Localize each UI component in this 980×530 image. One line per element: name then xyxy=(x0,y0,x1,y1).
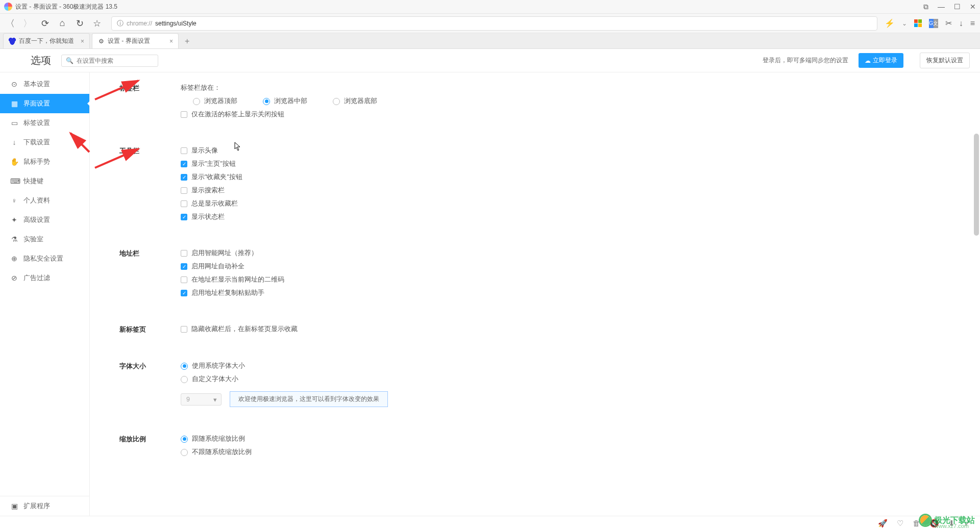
section-title: 工具栏 xyxy=(119,146,181,221)
radio-font-system[interactable]: 使用系统字体大小 xyxy=(181,362,388,370)
sidebar-item-profile[interactable]: ♀个人资料 xyxy=(0,191,89,210)
checkbox-show-favorites-btn[interactable]: 显示"收藏夹"按钮 xyxy=(181,173,242,182)
flash-icon[interactable]: ⚡ xyxy=(885,18,895,28)
status-bar: 🚀 ♡ 🗑 🔇 ⬇ ⤢ xyxy=(0,516,980,530)
sidebar-item-label: 扩展程序 xyxy=(23,501,50,511)
maximize-icon[interactable]: ☐ xyxy=(954,3,961,11)
baidu-favicon xyxy=(9,38,16,45)
section-title: 地址栏 xyxy=(119,249,181,297)
tab-close-icon[interactable]: × xyxy=(81,38,84,45)
font-size-select[interactable]: 9 xyxy=(181,393,222,406)
forward-button[interactable]: 〉 xyxy=(22,17,33,30)
new-tab-button[interactable]: + xyxy=(181,34,193,48)
radio-tabbar-bottom[interactable]: 浏览器底部 xyxy=(333,97,377,106)
login-button[interactable]: ☁立即登录 xyxy=(859,53,903,68)
sidebar-item-basic[interactable]: ⊙基本设置 xyxy=(0,74,89,94)
radio-tabbar-middle[interactable]: 浏览器中部 xyxy=(263,97,307,106)
favorite-button[interactable]: ☆ xyxy=(92,18,102,29)
rocket-icon[interactable]: 🚀 xyxy=(878,519,888,528)
sidebar-item-shortcut[interactable]: ⌨快捷键 xyxy=(0,171,89,191)
sidebar-item-label: 实验室 xyxy=(23,235,43,244)
watermark: 极光下载站 www.xz7.com xyxy=(919,514,975,527)
menu-icon[interactable]: ≡ xyxy=(970,19,975,28)
url-prefix: chrome:// xyxy=(127,20,152,27)
settings-search-input[interactable] xyxy=(77,57,154,64)
site-info-icon[interactable]: ⓘ xyxy=(117,19,124,28)
back-button[interactable]: 〈 xyxy=(5,17,15,30)
section-tabbar: 标签栏 标签栏放在： 浏览器顶部 浏览器中部 浏览器底部 仅在激活的标签上显示关… xyxy=(119,84,980,119)
download-icon[interactable]: ↓ xyxy=(959,19,963,28)
sidebar-item-label: 界面设置 xyxy=(23,99,50,108)
settings-content: 标签栏 标签栏放在： 浏览器顶部 浏览器中部 浏览器底部 仅在激活的标签上显示关… xyxy=(90,72,980,516)
section-title: 标签栏 xyxy=(119,84,181,119)
checkbox-show-statusbar[interactable]: 显示状态栏 xyxy=(181,213,242,221)
section-title: 缩放比例 xyxy=(119,435,181,457)
tab-icon: ▭ xyxy=(10,119,18,127)
flask-icon: ⚗ xyxy=(10,235,18,243)
page-title: 选项 xyxy=(10,54,51,67)
close-icon[interactable]: ✕ xyxy=(970,3,976,11)
checkbox-show-avatar[interactable]: 显示头像 xyxy=(181,146,242,155)
popout-icon[interactable]: ⧉ xyxy=(923,3,928,11)
sidebar-item-label: 快捷键 xyxy=(23,176,43,186)
sidebar-item-extensions[interactable]: ▣扩展程序 xyxy=(0,496,90,516)
sidebar-item-label: 高级设置 xyxy=(23,215,50,224)
restore-defaults-button[interactable]: 恢复默认设置 xyxy=(920,53,970,68)
position-label: 标签栏放在： xyxy=(181,84,377,92)
tab-close-icon[interactable]: × xyxy=(169,38,173,45)
window-controls: ⧉ — ☐ ✕ xyxy=(923,3,976,11)
sidebar-item-gesture[interactable]: ✋鼠标手势 xyxy=(0,152,89,171)
checkbox-show-qrcode[interactable]: 在地址栏显示当前网址的二维码 xyxy=(181,275,284,284)
sidebar-item-advanced[interactable]: ✦高级设置 xyxy=(0,210,89,230)
app-icon xyxy=(4,3,12,11)
gear-icon: ⚙ xyxy=(97,38,105,45)
home-button[interactable]: ⌂ xyxy=(57,18,67,29)
sidebar-item-adblock[interactable]: ⊘广告过滤 xyxy=(0,268,89,288)
settings-search[interactable]: 🔍 xyxy=(61,55,158,67)
sidebar-item-label: 广告过滤 xyxy=(23,273,50,283)
tab-settings[interactable]: ⚙ 设置 - 界面设置 × xyxy=(92,33,179,48)
radio-zoom-follow[interactable]: 跟随系统缩放比例 xyxy=(181,435,252,443)
sidebar-item-lab[interactable]: ⚗实验室 xyxy=(0,230,89,249)
scissors-icon[interactable]: ✂ xyxy=(945,18,952,28)
heart-icon[interactable]: ♡ xyxy=(897,519,903,528)
puzzle-icon: ▣ xyxy=(10,502,18,510)
sidebar-item-tabs[interactable]: ▭标签设置 xyxy=(0,113,89,133)
section-newtab: 新标签页 隐藏收藏栏后，在新标签页显示收藏 xyxy=(119,325,980,334)
chevron-down-icon[interactable]: ⌄ xyxy=(902,20,907,27)
checkbox-paste-helper[interactable]: 启用地址栏复制粘贴助手 xyxy=(181,289,284,297)
checkbox-url-autocomplete[interactable]: 启用网址自动补全 xyxy=(181,262,284,271)
sidebar-item-privacy[interactable]: ⊕隐私安全设置 xyxy=(0,249,89,268)
watermark-url: www.xz7.com xyxy=(935,523,969,529)
radio-zoom-nofollow[interactable]: 不跟随系统缩放比例 xyxy=(181,448,252,457)
checkbox-smart-url[interactable]: 启用智能网址（推荐） xyxy=(181,249,284,258)
window-titlebar: 设置 - 界面设置 - 360极速浏览器 13.5 ⧉ — ☐ ✕ xyxy=(0,0,980,14)
checkbox-newtab-fav[interactable]: 隐藏收藏栏后，在新标签页显示收藏 xyxy=(181,325,298,334)
checkbox-show-searchbar[interactable]: 显示搜索栏 xyxy=(181,186,242,195)
sidebar-item-label: 隐私安全设置 xyxy=(23,254,63,263)
section-zoom: 缩放比例 跟随系统缩放比例 不跟随系统缩放比例 xyxy=(119,435,980,457)
sidebar-item-download[interactable]: ↓下载设置 xyxy=(0,133,89,152)
checkbox-always-show-favbar[interactable]: 总是显示收藏栏 xyxy=(181,199,242,208)
sidebar-item-ui[interactable]: ▦界面设置 xyxy=(0,94,89,113)
person-icon: ♀ xyxy=(10,196,18,205)
watermark-logo-icon xyxy=(919,514,932,527)
checkbox-close-only-active[interactable]: 仅在激活的标签上显示关闭按钮 xyxy=(181,110,377,119)
sidebar-item-label: 基本设置 xyxy=(23,80,50,89)
section-addressbar: 地址栏 启用智能网址（推荐） 启用网址自动补全 在地址栏显示当前网址的二维码 启… xyxy=(119,249,980,297)
toolbar-right: ⚡ ⌄ G文 ✂ ↓ ≡ xyxy=(885,18,975,28)
radio-tabbar-top[interactable]: 浏览器顶部 xyxy=(193,97,237,106)
minimize-icon[interactable]: — xyxy=(938,3,945,11)
checkbox-show-home[interactable]: 显示"主页"按钮 xyxy=(181,160,242,168)
url-path: settings/uiStyle xyxy=(155,20,197,27)
tab-baidu[interactable]: 百度一下，你就知道 × xyxy=(3,33,90,48)
address-bar[interactable]: ⓘ chrome://settings/uiStyle xyxy=(111,16,877,31)
tab-label: 百度一下，你就知道 xyxy=(19,37,74,45)
radio-font-custom[interactable]: 自定义字体大小 xyxy=(181,375,388,384)
scrollbar-thumb[interactable] xyxy=(974,134,979,236)
translate-icon[interactable]: G文 xyxy=(929,19,938,28)
reload-button[interactable]: ⟳ xyxy=(40,18,50,29)
sidebar-item-label: 下载设置 xyxy=(23,138,50,147)
undo-button[interactable]: ↻ xyxy=(75,18,85,29)
microsoft-icon[interactable] xyxy=(914,19,922,27)
